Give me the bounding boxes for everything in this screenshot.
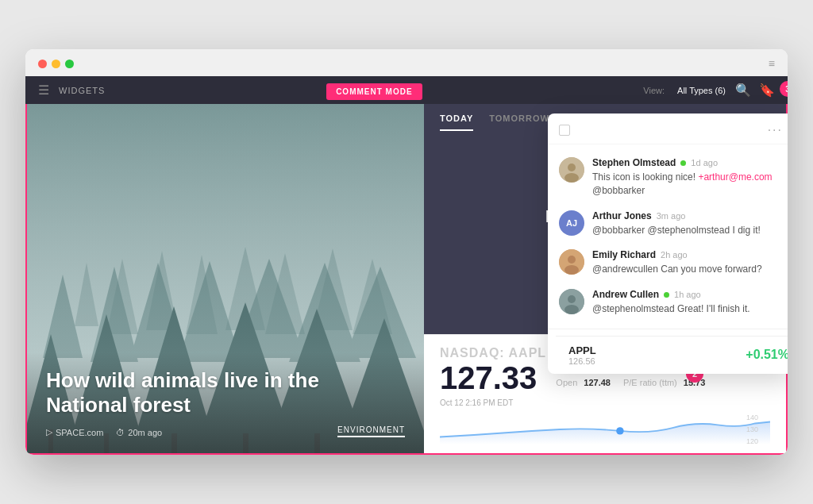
hamburger-icon[interactable]: ☰ [38, 83, 49, 98]
main-content: How wild animals live in the National fo… [25, 104, 788, 455]
browser-dots [38, 60, 74, 68]
svg-point-37 [564, 173, 579, 183]
article-background: How wild animals live in the National fo… [27, 104, 424, 453]
browser-chrome: ≡ ☰ WIDGETS COMMENT MODE View: All Types… [25, 49, 788, 104]
view-value: All Types (6) [677, 86, 726, 95]
clock-icon: ⏱ [116, 428, 125, 437]
avatar-initials-arthur: AJ [566, 218, 577, 228]
comment-panel: ··· Stephen Olmstead [548, 113, 788, 374]
comment-link-stephen[interactable]: +arthur@me.com [698, 171, 772, 183]
svg-point-40 [564, 265, 579, 275]
comment-text-arthur: @bobbarker @stephenolmstead I dig it! [592, 224, 761, 237]
comment-text-stephen: This icon is looking nice! +arthur@me.co… [592, 171, 773, 198]
comment-time-andrew: 1h ago [674, 290, 701, 299]
appl-info: APPL 126.56 [568, 344, 596, 366]
chart-y-axis: 140 130 120 [746, 414, 770, 445]
comment-body-arthur: Arthur Jones 3m ago @bobbarker @stepheno… [592, 210, 761, 237]
article-source: ▷ SPACE.com [46, 427, 103, 437]
comment-name-arthur: Arthur Jones [592, 210, 652, 221]
svg-point-42 [568, 295, 576, 303]
avatar-andrew [559, 289, 584, 314]
comment-header-arthur: Arthur Jones 3m ago [592, 210, 761, 221]
comment-body-emily: Emily Richard 2h ago @andrewcullen Can y… [592, 249, 762, 276]
stock-date: Oct 12 2:16 PM EDT [440, 398, 546, 407]
comment-name-stephen: Stephen Olmstead [592, 157, 676, 168]
toolbar-center: COMMENT MODE [326, 83, 422, 98]
comment-name-emily: Emily Richard [592, 249, 656, 260]
appl-price: 126.56 [568, 356, 596, 366]
bookmark-icon[interactable]: 🔖 [759, 83, 775, 98]
search-icon[interactable]: 🔍 [735, 83, 751, 98]
comment-header-emily: Emily Richard 2h ago [592, 249, 762, 260]
article-tag: ENVIRONMENT [337, 425, 405, 437]
tab-today[interactable]: TODAY [440, 113, 473, 131]
comment-checkbox[interactable] [559, 125, 570, 136]
avatar-img-andrew [559, 289, 584, 314]
stat-row-3: Open 127.48 P/E ratio (ttm) 15.73 [556, 378, 705, 387]
comment-mode-badge[interactable]: COMMENT MODE [326, 83, 422, 100]
comment-body-andrew: Andrew Cullen 1h ago @stephenolmstead Gr… [592, 289, 750, 316]
browser-top: ≡ [38, 57, 775, 70]
svg-point-39 [568, 256, 576, 264]
avatar-arthur: AJ [559, 210, 584, 236]
browser-window: ≡ ☰ WIDGETS COMMENT MODE View: All Types… [25, 49, 788, 455]
appl-ticker: APPL [568, 344, 596, 356]
comment-header-andrew: Andrew Cullen 1h ago [592, 289, 750, 300]
y-label-130: 130 [746, 425, 770, 433]
svg-point-36 [568, 164, 576, 171]
stock-price: 127.33 [440, 360, 546, 395]
article-time: ⏱ 20m ago [116, 428, 162, 437]
appl-strip: APPL 126.56 +0.51% [556, 336, 788, 374]
svg-point-34 [616, 427, 623, 434]
comment-list: Stephen Olmstead 1d ago This icon is loo… [548, 144, 788, 329]
app-toolbar: ☰ WIDGETS COMMENT MODE View: All Types (… [25, 76, 788, 104]
comment-more-icon[interactable]: ··· [768, 123, 783, 137]
toolbar-left: ☰ WIDGETS [38, 83, 105, 98]
stat-open: Open 127.48 [556, 378, 611, 387]
toolbar-widgets-label: WIDGETS [59, 86, 105, 95]
view-label: View: [643, 86, 665, 95]
maximize-dot[interactable] [65, 60, 74, 68]
comment-time-arthur: 3m ago [657, 211, 686, 221]
svg-point-43 [564, 305, 579, 314]
online-indicator-andrew [664, 292, 669, 298]
comment-time-emily: 2h ago [661, 250, 688, 260]
comment-item: Stephen Olmstead 1d ago This icon is loo… [548, 151, 788, 204]
stock-chart [440, 414, 770, 445]
comment-body-stephen: Stephen Olmstead 1d ago This icon is loo… [592, 157, 773, 198]
notification-badge: 3 [780, 81, 788, 97]
tab-tomorrow[interactable]: TOMORROW [489, 113, 549, 131]
comment-header-stephen: Stephen Olmstead 1d ago [592, 157, 773, 168]
close-dot[interactable] [38, 60, 47, 68]
stock-left: NASDAQ: AAPL 127.33 Oct 12 2:16 PM EDT [440, 346, 546, 407]
comment-name-andrew: Andrew Cullen [592, 289, 659, 300]
avatar-img-stephen [559, 157, 584, 183]
toolbar-right: View: All Types (6) 🔍 🔖 3 [643, 83, 775, 98]
comment-item: Andrew Cullen 1h ago @stephenolmstead Gr… [548, 283, 788, 322]
appl-change: +0.51% [746, 348, 788, 362]
comment-time-stephen: 1d ago [691, 158, 718, 167]
comment-item: Emily Richard 2h ago @andrewcullen Can y… [548, 243, 788, 283]
comment-panel-header: ··· [548, 113, 788, 144]
article-title: How wild animals live in the National fo… [46, 368, 405, 417]
article-overlay: How wild animals live in the National fo… [27, 352, 424, 453]
stock-ticker: NASDAQ: AAPL [440, 346, 546, 360]
avatar-stephen [559, 157, 584, 183]
minimize-dot[interactable] [52, 60, 60, 68]
y-label-120: 120 [746, 437, 770, 445]
avatar-emily [559, 249, 584, 275]
avatar-img-emily [559, 249, 584, 275]
comment-text-emily: @andrewcullen Can you move forward? [592, 263, 762, 276]
online-indicator-stephen [680, 160, 686, 166]
y-label-140: 140 [746, 414, 770, 421]
stock-chart-area: 140 130 120 [440, 414, 770, 445]
article-panel: How wild animals live in the National fo… [27, 104, 424, 453]
source-icon: ▷ [46, 427, 52, 437]
comment-text-andrew: @stephenolmstead Great! I'll finish it. [592, 302, 750, 316]
browser-menu-icon: ≡ [769, 57, 775, 70]
comment-item: AJ Arthur Jones 3m ago @bobbarker @steph… [548, 204, 788, 244]
